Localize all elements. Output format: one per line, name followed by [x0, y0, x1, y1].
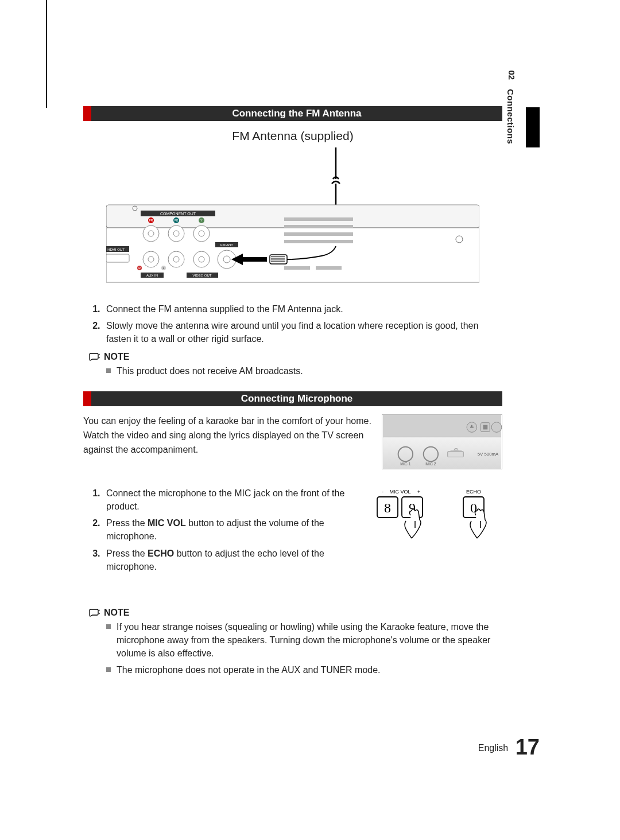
fm-antenna-caption: FM Antenna (supplied): [83, 129, 502, 143]
list-item: Press the MIC VOL button to adjust the v…: [103, 516, 359, 543]
svg-point-25: [199, 256, 204, 262]
label-mic2: MIC 2: [425, 462, 436, 466]
label-video-out: VIDEO OUT: [192, 274, 211, 277]
label-component-out: COMPONENT OUT: [160, 212, 196, 216]
chapter-tab: 02 Connections: [506, 73, 520, 146]
heading-accent: [83, 391, 91, 406]
mic-jack-diagram: MIC 1 MIC 2 5V 500mA: [382, 414, 502, 469]
svg-text:PB: PB: [175, 219, 179, 222]
mic-notes: If you hear strange noises (squealing or…: [106, 620, 502, 677]
remote-buttons-diagram: - MIC VOL + ECHO 8 9 0: [370, 487, 502, 552]
list-item: Connect the FM antenna supplied to the F…: [103, 302, 502, 316]
mic-steps-row: Connect the microphone to the MIC jack o…: [83, 487, 502, 579]
note-icon: [89, 352, 100, 361]
note-icon: [89, 608, 100, 617]
section-heading-mic: Connecting Microphone: [83, 391, 502, 406]
label-usb-power: 5V 500mA: [478, 451, 499, 456]
svg-rect-19: [106, 254, 129, 262]
mic-intro-text: You can enjoy the feeling of a karaoke b…: [83, 414, 371, 458]
fm-steps: Connect the FM antenna supplied to the F…: [103, 302, 502, 346]
label-echo: ECHO: [466, 489, 481, 495]
list-item: Press the ECHO button to adjust the echo…: [103, 547, 359, 573]
page-content: Connecting the FM Antenna FM Antenna (su…: [83, 106, 502, 691]
note-label: NOTE: [104, 352, 129, 362]
list-item: Slowly move the antenna wire around unti…: [103, 319, 502, 345]
heading-accent: [83, 106, 91, 121]
list-item: Connect the microphone to the MIC jack o…: [103, 487, 359, 513]
page-number: 17: [516, 735, 540, 759]
list-item: The microphone does not operate in the A…: [106, 663, 502, 676]
margin-rule: [46, 0, 47, 108]
svg-point-27: [223, 256, 230, 263]
fm-antenna-diagram: COMPONENT OUT PR PB Y FM ANT HDMI OUT: [106, 147, 479, 291]
label-aux-in: AUX IN: [146, 274, 158, 277]
svg-rect-51: [448, 451, 463, 457]
svg-point-23: [173, 256, 179, 262]
list-item: If you hear strange noises (squealing or…: [106, 620, 502, 660]
fm-notes: This product does not receive AM broadca…: [106, 364, 502, 378]
section-heading-fm: Connecting the FM Antenna: [83, 106, 502, 121]
label-micvol: MIC VOL: [389, 489, 410, 495]
label-mic1: MIC 1: [400, 462, 410, 466]
svg-point-12: [148, 231, 154, 236]
note-heading: NOTE: [89, 352, 502, 362]
svg-point-14: [173, 231, 179, 236]
note-label: NOTE: [104, 608, 129, 618]
svg-point-21: [148, 256, 154, 262]
heading-title: Connecting the FM Antenna: [91, 106, 502, 121]
text-line: against the accompaniment.: [83, 443, 371, 456]
svg-rect-45: [483, 425, 487, 429]
mic-steps: Connect the microphone to the MIC jack o…: [83, 487, 359, 579]
label-hdmi-out: HDMI OUT: [107, 248, 125, 251]
svg-text:L: L: [163, 266, 165, 270]
chapter-number: 02: [507, 71, 517, 87]
svg-point-46: [491, 422, 502, 432]
text-line: Watch the video and sing along the lyric…: [83, 429, 371, 442]
chapter-label: Connections: [506, 89, 516, 144]
svg-text:PR: PR: [149, 219, 153, 222]
svg-point-16: [199, 231, 204, 236]
svg-rect-34: [270, 255, 287, 264]
list-item: This product does not receive AM broadca…: [106, 364, 502, 378]
heading-title: Connecting Microphone: [91, 391, 502, 406]
btn-8: 8: [384, 500, 391, 515]
page-footer: English 17: [478, 735, 540, 760]
svg-text:+: +: [417, 489, 420, 495]
footer-language: English: [478, 743, 508, 753]
note-heading: NOTE: [89, 608, 502, 618]
svg-text:-: -: [382, 489, 383, 495]
text-line: You can enjoy the feeling of a karaoke b…: [83, 414, 371, 427]
manual-page: 02 Connections Connecting the FM Antenna…: [0, 0, 620, 840]
svg-text:R: R: [138, 266, 141, 270]
chapter-marker: [526, 107, 540, 147]
label-fm-ant: FM ANT: [220, 243, 233, 247]
mic-intro-row: You can enjoy the feeling of a karaoke b…: [83, 414, 502, 469]
